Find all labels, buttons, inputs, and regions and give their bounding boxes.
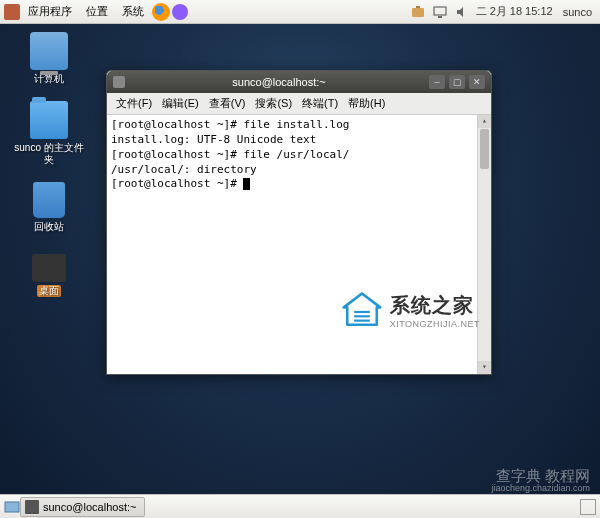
minimize-button[interactable]: – [429,75,445,89]
svg-rect-2 [438,16,442,18]
menubar: 文件(F) 编辑(E) 查看(V) 搜索(S) 终端(T) 帮助(H) [107,93,491,115]
volume-icon[interactable] [454,4,470,20]
maximize-button[interactable]: ▢ [449,75,465,89]
workspace-switcher[interactable] [580,499,596,515]
tweaks-icon[interactable]: 桌面 [14,249,84,297]
user-menu[interactable]: sunco [559,6,596,18]
terminal-line: [root@localhost ~]# file install.log [111,118,349,131]
top-panel: 应用程序 位置 系统 二 2月 18 15:12 sunco [0,0,600,24]
update-notifier-icon[interactable] [410,4,426,20]
trash-icon[interactable]: 回收站 [14,182,84,233]
terminal-line: /usr/local/: directory [111,163,257,176]
terminal-line: install.log: UTF-8 Unicode text [111,133,316,146]
distributor-logo-icon[interactable] [4,4,20,20]
show-desktop-icon[interactable] [4,499,20,515]
terminal-task-icon [25,500,39,514]
watermark-corner: 查字典 教程网 jiaocheng.chazidian.com [491,468,590,494]
menu-terminal[interactable]: 终端(T) [297,94,343,113]
svg-rect-1 [434,7,446,15]
firefox-icon[interactable] [152,3,170,21]
applications-menu[interactable]: 应用程序 [22,2,78,21]
computer-icon[interactable]: 计算机 [14,32,84,85]
scroll-up-icon[interactable]: ▴ [478,115,491,128]
svg-rect-3 [354,311,370,313]
svg-rect-6 [5,502,19,512]
task-label: sunco@localhost:~ [43,501,136,513]
terminal-body[interactable]: [root@localhost ~]# file install.log ins… [107,115,491,374]
scroll-thumb[interactable] [480,129,489,169]
close-button[interactable]: ✕ [469,75,485,89]
watermark2-sub: jiaocheng.chazidian.com [491,484,590,494]
display-icon[interactable] [432,4,448,20]
bottom-panel: sunco@localhost:~ [0,494,600,518]
watermark2-main: 查字典 教程网 [496,467,590,484]
home-folder-icon[interactable]: sunco 的主文件夹 [14,101,84,166]
cursor-icon [243,178,250,190]
scrollbar[interactable]: ▴ ▾ [477,115,491,374]
panel-left: 应用程序 位置 系统 [4,2,188,21]
terminal-line: [root@localhost ~]# file /usr/local/ [111,148,349,161]
trash-icon-img [33,182,65,218]
watermark-sub: XITONGZHIJIA.NET [390,319,480,329]
menu-view[interactable]: 查看(V) [204,94,251,113]
menu-edit[interactable]: 编辑(E) [157,94,204,113]
watermark-text: 系统之家 XITONGZHIJIA.NET [390,292,480,329]
clock[interactable]: 二 2月 18 15:12 [476,4,553,19]
tweaks-icon-img [32,254,66,282]
window-controls: – ▢ ✕ [429,75,485,89]
folder-icon-img [30,101,68,139]
system-menu[interactable]: 系统 [116,2,150,21]
panel-right: 二 2月 18 15:12 sunco [410,4,596,20]
pidgin-icon[interactable] [172,4,188,20]
menu-file[interactable]: 文件(F) [111,94,157,113]
titlebar[interactable]: sunco@localhost:~ – ▢ ✕ [107,71,491,93]
terminal-line: [root@localhost ~]# [111,177,243,190]
menu-search[interactable]: 搜索(S) [250,94,297,113]
taskbar-terminal-button[interactable]: sunco@localhost:~ [20,497,145,517]
desktop-icons: 计算机 sunco 的主文件夹 回收站 桌面 [14,32,84,297]
menu-help[interactable]: 帮助(H) [343,94,390,113]
tweaks-label: 桌面 [37,285,61,297]
terminal-titlebar-icon [113,76,125,88]
computer-icon-img [30,32,68,70]
svg-rect-5 [354,320,370,322]
window-title: sunco@localhost:~ [129,76,429,88]
scroll-down-icon[interactable]: ▾ [478,361,491,374]
places-menu[interactable]: 位置 [80,2,114,21]
svg-rect-0 [412,8,424,17]
trash-label: 回收站 [34,221,64,233]
svg-rect-4 [354,315,370,317]
house-logo-icon [340,290,384,330]
home-folder-label: sunco 的主文件夹 [14,142,84,166]
watermark-main: 系统之家 [390,292,480,319]
watermark-logo: 系统之家 XITONGZHIJIA.NET [340,290,480,330]
